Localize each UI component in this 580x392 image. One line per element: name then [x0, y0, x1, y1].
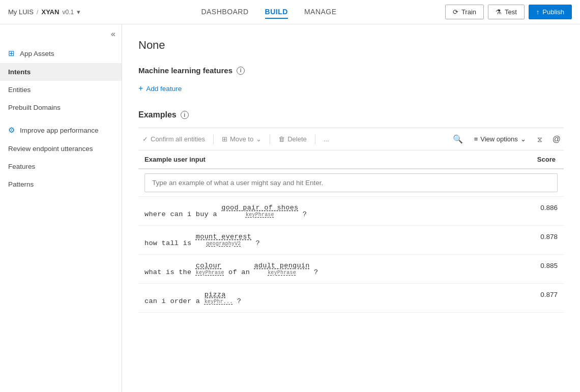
publish-label: Publish: [542, 8, 564, 16]
delete-button[interactable]: 🗑 Delete: [274, 133, 311, 145]
toolbar-right: 🔍 ≡ View options ⌄ ⧖ @: [450, 132, 564, 146]
more-button[interactable]: ...: [320, 133, 333, 145]
train-button[interactable]: ⟳ Train: [445, 5, 484, 19]
input-row: [138, 169, 564, 197]
sidebar-section-improve: ⚙ Improve app performance Review endpoin…: [0, 118, 122, 195]
add-feature-plus-icon: +: [138, 84, 143, 93]
annotated-phrase: colourkeyPhrase: [196, 262, 224, 276]
examples-heading-area: Examples i: [138, 110, 564, 119]
annotation-label: geographyV2: [196, 241, 251, 247]
delete-trash-icon: 🗑: [278, 135, 285, 143]
sidebar-item-features[interactable]: Features: [0, 158, 122, 175]
collapse-sidebar-button[interactable]: «: [111, 29, 115, 39]
sidebar-label-features: Features: [8, 163, 35, 170]
tab-build[interactable]: BUILD: [265, 6, 288, 19]
annotation-label: keyPhrase: [221, 212, 298, 218]
view-options-button[interactable]: ≡ View options ⌄: [470, 133, 530, 145]
version-dropdown-icon[interactable]: ▾: [77, 8, 80, 16]
examples-heading-text: Examples: [138, 110, 177, 119]
score-cell: 0.886: [500, 197, 564, 226]
search-icon: 🔍: [453, 135, 463, 143]
score-cell: 0.885: [500, 255, 564, 284]
move-to-icon: ⊞: [222, 135, 227, 143]
test-label: Test: [505, 8, 517, 16]
page-title: None: [138, 39, 564, 52]
search-button[interactable]: 🔍: [450, 132, 466, 146]
confirm-entities-label: Confirm all entities: [151, 135, 205, 143]
col-score: Score: [500, 150, 564, 169]
text-part: ?: [310, 268, 318, 276]
sidebar-section-main: ⊞ App Assets Intents Entities Prebuilt D…: [0, 42, 122, 118]
annotated-phrase: adult penguinkeyPhrase: [254, 262, 309, 276]
sidebar-item-prebuilt-domains[interactable]: Prebuilt Domains: [0, 99, 122, 116]
annotated-phrase: good pair of shoeskeyPhrase: [221, 204, 298, 218]
text-part: where can i buy a: [144, 210, 221, 218]
content-area: None Machine learning features i + Add f…: [122, 24, 580, 392]
publish-button[interactable]: ↑ Publish: [529, 5, 572, 19]
text-part: ?: [298, 210, 307, 218]
score-cell: 0.878: [500, 226, 564, 255]
top-nav: My LUIS / XYAN v0.1 ▾ DASHBOARD BUILD MA…: [0, 0, 580, 24]
sidebar-item-entities[interactable]: Entities: [0, 81, 122, 99]
grid-icon: ⊞: [8, 49, 15, 58]
move-to-button[interactable]: ⊞ Move to ⌄: [218, 133, 266, 145]
example-text-cell: where can i buy a good pair of shoeskeyP…: [138, 197, 500, 226]
sidebar-item-patterns[interactable]: Patterns: [0, 175, 122, 193]
table-row: how tall is mount everestgeographyV2 ? 0…: [138, 226, 564, 255]
sidebar-label-review-endpoint: Review endpoint utterances: [8, 145, 93, 153]
examples-section: Examples i ✓ Confirm all entities ⊞ Move…: [138, 110, 564, 313]
sidebar-label-entities: Entities: [8, 86, 31, 94]
example-text-cell: how tall is mount everestgeographyV2 ?: [138, 226, 500, 255]
confirm-entities-button[interactable]: ✓ Confirm all entities: [138, 133, 209, 145]
main-layout: « ⊞ App Assets Intents Entities Prebuilt…: [0, 24, 580, 392]
input-cell: [138, 169, 564, 197]
brand-separator: /: [37, 8, 39, 16]
examples-info-icon[interactable]: i: [181, 111, 189, 119]
text-part: can i order a: [144, 297, 205, 305]
ml-features-heading-area: Machine learning features i: [138, 66, 564, 75]
filter-button[interactable]: ⧖: [534, 133, 545, 146]
sidebar-item-intents[interactable]: Intents: [0, 63, 122, 81]
sidebar-item-improve-app[interactable]: ⚙ Improve app performance: [0, 120, 122, 140]
annotation-label: keyPhr...: [205, 299, 233, 305]
annotation-label: keyPhrase: [196, 270, 224, 276]
col-example-input: Example user input: [138, 150, 500, 169]
at-button[interactable]: @: [549, 133, 564, 146]
toolbar-left: ✓ Confirm all entities ⊞ Move to ⌄ 🗑 Del…: [138, 133, 448, 145]
toolbar-divider-2: [270, 134, 270, 144]
ml-features-heading-text: Machine learning features: [138, 66, 233, 75]
table-row: can i order a pizzakeyPhr... ? 0.877: [138, 284, 564, 313]
sidebar-item-app-assets[interactable]: ⊞ App Assets: [0, 44, 122, 63]
add-feature-button[interactable]: + Add feature: [138, 82, 182, 95]
at-icon: @: [553, 135, 561, 143]
move-to-chevron-icon: ⌄: [256, 135, 262, 143]
sidebar-label-prebuilt-domains: Prebuilt Domains: [8, 104, 61, 111]
table-header: Example user input Score: [138, 150, 564, 169]
test-button[interactable]: ⚗ Test: [488, 5, 525, 19]
tab-manage[interactable]: MANAGE: [304, 6, 337, 19]
example-text: how tall is mount everestgeographyV2 ?: [144, 239, 260, 247]
view-options-lines-icon: ≡: [474, 135, 478, 143]
example-input-field[interactable]: [144, 173, 558, 192]
add-feature-label: Add feature: [146, 85, 182, 93]
my-luis-label: My LUIS: [8, 8, 34, 16]
sidebar-label-intents: Intents: [8, 68, 31, 76]
sidebar-collapse-area: «: [0, 24, 122, 42]
example-text-cell: what is the colourkeyPhrase of an adult …: [138, 255, 500, 284]
examples-table: Example user input Score: [138, 150, 564, 313]
app-name-label: XYAN: [41, 8, 59, 16]
example-text-cell: can i order a pizzakeyPhr... ?: [138, 284, 500, 313]
publish-icon: ↑: [536, 8, 540, 16]
table-row: what is the colourkeyPhrase of an adult …: [138, 255, 564, 284]
view-options-label: View options: [480, 135, 517, 143]
ml-features-info-icon[interactable]: i: [237, 67, 245, 75]
sidebar-label-patterns: Patterns: [8, 180, 34, 188]
sidebar-item-review-endpoint[interactable]: Review endpoint utterances: [0, 140, 122, 158]
example-text: where can i buy a good pair of shoeskeyP…: [144, 210, 307, 218]
tab-dashboard[interactable]: DASHBOARD: [201, 6, 248, 19]
table-body: where can i buy a good pair of shoeskeyP…: [138, 169, 564, 313]
filter-icon: ⧖: [537, 135, 542, 143]
nav-actions: ⟳ Train ⚗ Test ↑ Publish: [445, 5, 572, 19]
text-part: ?: [251, 239, 260, 247]
brand-area: My LUIS / XYAN v0.1 ▾: [8, 8, 80, 16]
